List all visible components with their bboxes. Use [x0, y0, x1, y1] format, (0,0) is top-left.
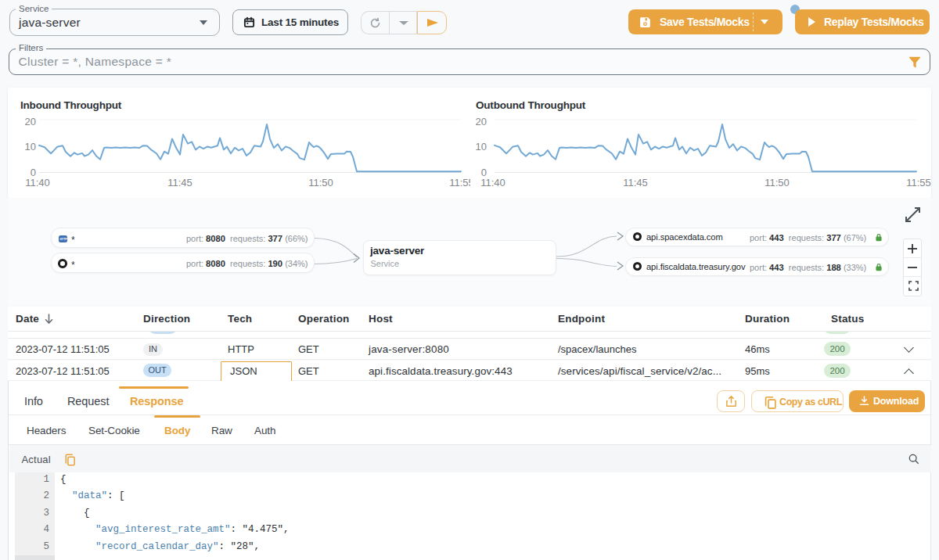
- svg-text:11:40: 11:40: [25, 177, 50, 188]
- svg-text:11:50: 11:50: [308, 177, 333, 188]
- svg-text:11:50: 11:50: [765, 177, 790, 188]
- svg-text:20: 20: [476, 116, 487, 127]
- svg-text:20: 20: [25, 116, 36, 127]
- svg-text:10: 10: [476, 141, 487, 153]
- svg-text:10: 10: [25, 141, 36, 153]
- svg-text:11:45: 11:45: [167, 177, 192, 188]
- svg-text:11:45: 11:45: [623, 177, 648, 188]
- svg-text:11:55: 11:55: [906, 177, 931, 188]
- svg-text:11:40: 11:40: [480, 177, 505, 188]
